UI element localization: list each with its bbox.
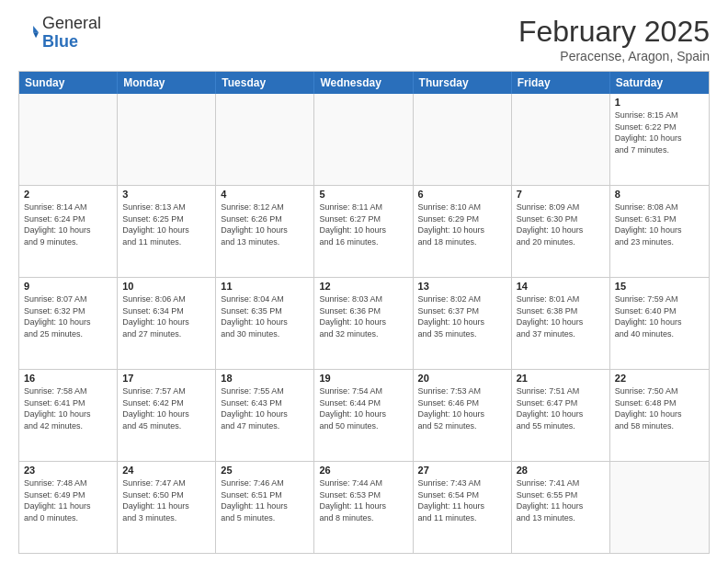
calendar-cell: 22Sunrise: 7:50 AM Sunset: 6:48 PM Dayli… xyxy=(610,370,709,461)
calendar-cell: 27Sunrise: 7:43 AM Sunset: 6:54 PM Dayli… xyxy=(414,462,512,553)
calendar-cell: 13Sunrise: 8:02 AM Sunset: 6:37 PM Dayli… xyxy=(414,278,512,369)
calendar: SundayMondayTuesdayWednesdayThursdayFrid… xyxy=(18,71,710,554)
calendar-row: 9Sunrise: 8:07 AM Sunset: 6:32 PM Daylig… xyxy=(19,277,709,369)
day-number: 11 xyxy=(221,281,309,292)
day-info: Sunrise: 8:04 AM Sunset: 6:35 PM Dayligh… xyxy=(221,293,309,339)
day-info: Sunrise: 8:12 AM Sunset: 6:26 PM Dayligh… xyxy=(221,201,309,247)
day-number: 4 xyxy=(221,189,309,200)
day-info: Sunrise: 7:54 AM Sunset: 6:44 PM Dayligh… xyxy=(319,385,407,431)
calendar-cell: 15Sunrise: 7:59 AM Sunset: 6:40 PM Dayli… xyxy=(610,278,709,369)
calendar-title: February 2025 xyxy=(518,15,710,49)
day-number: 9 xyxy=(24,281,112,292)
day-info: Sunrise: 8:01 AM Sunset: 6:38 PM Dayligh… xyxy=(517,293,605,339)
calendar-cell: 8Sunrise: 8:08 AM Sunset: 6:31 PM Daylig… xyxy=(610,186,709,277)
calendar-header: SundayMondayTuesdayWednesdayThursdayFrid… xyxy=(19,72,709,94)
day-number: 28 xyxy=(517,465,605,476)
header: General Blue February 2025 Peracense, Ar… xyxy=(18,15,710,63)
day-info: Sunrise: 7:47 AM Sunset: 6:50 PM Dayligh… xyxy=(122,477,210,523)
day-number: 2 xyxy=(24,189,112,200)
day-number: 16 xyxy=(24,373,112,384)
calendar-row: 1Sunrise: 8:15 AM Sunset: 6:22 PM Daylig… xyxy=(19,94,709,185)
day-number: 21 xyxy=(517,373,605,384)
header-cell-monday: Monday xyxy=(118,72,216,94)
page: General Blue February 2025 Peracense, Ar… xyxy=(0,0,728,563)
day-number: 6 xyxy=(418,189,506,200)
calendar-row: 23Sunrise: 7:48 AM Sunset: 6:49 PM Dayli… xyxy=(19,461,709,553)
day-number: 18 xyxy=(221,373,309,384)
calendar-body: 1Sunrise: 8:15 AM Sunset: 6:22 PM Daylig… xyxy=(19,94,709,553)
calendar-cell: 12Sunrise: 8:03 AM Sunset: 6:36 PM Dayli… xyxy=(314,278,413,369)
day-number: 24 xyxy=(122,465,210,476)
calendar-subtitle: Peracense, Aragon, Spain xyxy=(518,49,710,63)
calendar-cell: 26Sunrise: 7:44 AM Sunset: 6:53 PM Dayli… xyxy=(314,462,413,553)
day-number: 23 xyxy=(24,465,112,476)
calendar-cell xyxy=(118,94,216,185)
header-cell-friday: Friday xyxy=(512,72,610,94)
calendar-cell: 11Sunrise: 8:04 AM Sunset: 6:35 PM Dayli… xyxy=(216,278,314,369)
logo-text: General Blue xyxy=(42,15,101,52)
calendar-cell: 1Sunrise: 8:15 AM Sunset: 6:22 PM Daylig… xyxy=(610,94,709,185)
calendar-cell: 20Sunrise: 7:53 AM Sunset: 6:46 PM Dayli… xyxy=(414,370,512,461)
header-cell-thursday: Thursday xyxy=(414,72,512,94)
day-info: Sunrise: 8:07 AM Sunset: 6:32 PM Dayligh… xyxy=(24,293,112,339)
day-info: Sunrise: 8:06 AM Sunset: 6:34 PM Dayligh… xyxy=(122,293,210,339)
calendar-cell xyxy=(216,94,314,185)
day-info: Sunrise: 8:15 AM Sunset: 6:22 PM Dayligh… xyxy=(615,109,704,155)
day-info: Sunrise: 7:50 AM Sunset: 6:48 PM Dayligh… xyxy=(615,385,704,431)
logo-general: General xyxy=(42,14,101,32)
day-number: 14 xyxy=(517,281,605,292)
day-number: 5 xyxy=(319,189,407,200)
day-number: 15 xyxy=(615,281,704,292)
day-info: Sunrise: 7:59 AM Sunset: 6:40 PM Dayligh… xyxy=(615,293,704,339)
day-number: 26 xyxy=(319,465,407,476)
title-block: February 2025 Peracense, Aragon, Spain xyxy=(518,15,710,63)
day-number: 20 xyxy=(418,373,506,384)
calendar-cell: 16Sunrise: 7:58 AM Sunset: 6:41 PM Dayli… xyxy=(19,370,118,461)
day-info: Sunrise: 8:09 AM Sunset: 6:30 PM Dayligh… xyxy=(517,201,605,247)
svg-marker-1 xyxy=(33,32,39,38)
calendar-cell: 5Sunrise: 8:11 AM Sunset: 6:27 PM Daylig… xyxy=(314,186,413,277)
day-info: Sunrise: 8:02 AM Sunset: 6:37 PM Dayligh… xyxy=(418,293,506,339)
day-info: Sunrise: 7:43 AM Sunset: 6:54 PM Dayligh… xyxy=(418,477,506,523)
calendar-cell xyxy=(512,94,610,185)
calendar-cell xyxy=(19,94,118,185)
day-number: 8 xyxy=(615,189,704,200)
header-cell-tuesday: Tuesday xyxy=(216,72,314,94)
day-number: 13 xyxy=(418,281,506,292)
day-info: Sunrise: 7:57 AM Sunset: 6:42 PM Dayligh… xyxy=(122,385,210,431)
calendar-cell: 18Sunrise: 7:55 AM Sunset: 6:43 PM Dayli… xyxy=(216,370,314,461)
logo: General Blue xyxy=(18,15,101,52)
calendar-cell: 28Sunrise: 7:41 AM Sunset: 6:55 PM Dayli… xyxy=(512,462,610,553)
day-info: Sunrise: 8:14 AM Sunset: 6:24 PM Dayligh… xyxy=(24,201,112,247)
day-number: 27 xyxy=(418,465,506,476)
calendar-cell: 21Sunrise: 7:51 AM Sunset: 6:47 PM Dayli… xyxy=(512,370,610,461)
calendar-cell: 9Sunrise: 8:07 AM Sunset: 6:32 PM Daylig… xyxy=(19,278,118,369)
day-number: 25 xyxy=(221,465,309,476)
day-info: Sunrise: 7:58 AM Sunset: 6:41 PM Dayligh… xyxy=(24,385,112,431)
day-number: 3 xyxy=(122,189,210,200)
calendar-row: 16Sunrise: 7:58 AM Sunset: 6:41 PM Dayli… xyxy=(19,369,709,461)
calendar-cell: 23Sunrise: 7:48 AM Sunset: 6:49 PM Dayli… xyxy=(19,462,118,553)
day-info: Sunrise: 7:44 AM Sunset: 6:53 PM Dayligh… xyxy=(319,477,407,523)
calendar-cell: 4Sunrise: 8:12 AM Sunset: 6:26 PM Daylig… xyxy=(216,186,314,277)
day-number: 19 xyxy=(319,373,407,384)
day-number: 10 xyxy=(122,281,210,292)
header-cell-sunday: Sunday xyxy=(19,72,118,94)
day-info: Sunrise: 7:53 AM Sunset: 6:46 PM Dayligh… xyxy=(418,385,506,431)
calendar-cell: 10Sunrise: 8:06 AM Sunset: 6:34 PM Dayli… xyxy=(118,278,216,369)
logo-icon xyxy=(18,23,39,43)
svg-marker-0 xyxy=(33,26,39,32)
day-info: Sunrise: 7:41 AM Sunset: 6:55 PM Dayligh… xyxy=(517,477,605,523)
day-info: Sunrise: 8:13 AM Sunset: 6:25 PM Dayligh… xyxy=(122,201,210,247)
day-info: Sunrise: 7:48 AM Sunset: 6:49 PM Dayligh… xyxy=(24,477,112,523)
calendar-cell: 17Sunrise: 7:57 AM Sunset: 6:42 PM Dayli… xyxy=(118,370,216,461)
day-info: Sunrise: 8:03 AM Sunset: 6:36 PM Dayligh… xyxy=(319,293,407,339)
calendar-cell xyxy=(610,462,709,553)
day-number: 12 xyxy=(319,281,407,292)
day-info: Sunrise: 8:10 AM Sunset: 6:29 PM Dayligh… xyxy=(418,201,506,247)
header-cell-wednesday: Wednesday xyxy=(314,72,413,94)
logo-blue: Blue xyxy=(42,32,78,51)
calendar-row: 2Sunrise: 8:14 AM Sunset: 6:24 PM Daylig… xyxy=(19,185,709,277)
day-number: 17 xyxy=(122,373,210,384)
calendar-cell: 2Sunrise: 8:14 AM Sunset: 6:24 PM Daylig… xyxy=(19,186,118,277)
